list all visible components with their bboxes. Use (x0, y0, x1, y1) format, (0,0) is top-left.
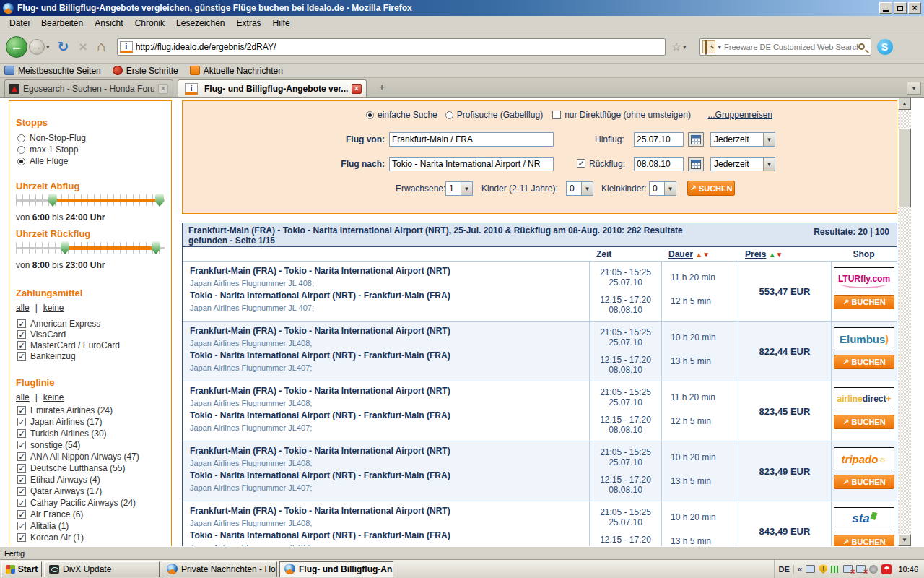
checkbox-icon[interactable]: ✓ (17, 330, 26, 339)
taskbar-button-divx-update[interactable]: DivX Update (44, 561, 160, 577)
bookmark-dropdown-icon[interactable]: ▾ (683, 43, 687, 51)
menu-bearbeiten[interactable]: Bearbeiten (36, 17, 88, 30)
close-button[interactable]: × (908, 2, 921, 14)
tab-idealo-active[interactable]: i Flug- und Billigflug-Angebote ver... × (178, 79, 367, 97)
airline-qatar-airways-17[interactable]: ✓Qatar Airways (17) (17, 486, 102, 496)
checkbox-icon[interactable]: ✓ (17, 352, 26, 361)
checkbox-icon[interactable]: ✓ (17, 464, 26, 473)
vertical-scrollbar[interactable]: ▲ ▼ (898, 98, 911, 546)
shop-logo-sta[interactable]: sta (834, 507, 894, 530)
direct-only-checkbox[interactable] (552, 111, 561, 119)
to-input[interactable] (389, 157, 554, 171)
return-calendar-button[interactable] (688, 157, 704, 171)
outbound-date-input[interactable] (634, 132, 684, 147)
simple-search-radio[interactable] (366, 111, 374, 119)
infants-select[interactable]: 0▼ (649, 181, 676, 196)
new-tab-button[interactable]: + (374, 82, 390, 95)
airline-turkish-airlines-30[interactable]: ✓Turkish Airlines (30) (17, 428, 107, 439)
checkbox-icon[interactable]: ✓ (17, 522, 26, 530)
from-input[interactable] (389, 132, 554, 147)
airline-alitalia-1[interactable]: ✓Alitalia (1) (17, 521, 69, 531)
return-time-select[interactable]: Jederzeit▼ (710, 157, 775, 171)
bookmark-erste-schritte[interactable]: Erste Schritte (113, 66, 178, 76)
chevron-down-icon[interactable]: ▼ (763, 158, 775, 171)
skype-icon[interactable]: S (877, 39, 893, 55)
stopps-option-non-stop-flug[interactable]: Non-Stop-Flug (17, 133, 86, 143)
airline-deutsche-lufthansa-55[interactable]: ✓Deutsche Lufthansa (55) (17, 463, 125, 473)
url-bar[interactable]: i (117, 38, 666, 56)
home-button[interactable]: ⌂ (97, 38, 106, 55)
payment-american-express[interactable]: ✓American Express (17, 319, 100, 329)
adults-select[interactable]: 1▼ (445, 181, 473, 196)
column-dauer[interactable]: Dauer ▲▼ (661, 249, 738, 259)
menu-datei[interactable]: Datei (4, 17, 35, 30)
per-page-100-link[interactable]: 100 (875, 227, 889, 237)
checkbox-icon[interactable]: ✓ (17, 487, 26, 496)
buchen-button[interactable]: ↗BUCHEN (834, 475, 894, 489)
sort-desc-icon[interactable]: ▼ (776, 251, 783, 259)
outbound-calendar-button[interactable] (688, 132, 704, 147)
taskbar-button-private-nachrichten-ho[interactable]: Private Nachrichten - Ho... (162, 561, 277, 577)
bookmark-meistbesuchte-seiten[interactable]: Meistbesuchte Seiten (4, 66, 101, 76)
buchen-button[interactable]: ↗BUCHEN (834, 535, 894, 546)
airline-korean-air-1[interactable]: ✓Korean Air (1) (17, 532, 84, 543)
menu-extras[interactable]: Extras (232, 17, 266, 30)
radio-icon[interactable] (17, 134, 25, 142)
airline-ana-all-nippon-airways-47[interactable]: ✓ANA All Nippon Airways (47) (17, 452, 139, 462)
checkbox-icon[interactable]: ✓ (17, 533, 26, 542)
search-engine-icon[interactable] (702, 40, 715, 53)
payment-mastercard-eurocard[interactable]: ✓MasterCard / EuroCard (17, 340, 120, 350)
airline-air-france-6[interactable]: ✓Air France (6) (17, 509, 83, 519)
return-date-input[interactable] (634, 157, 684, 171)
radio-icon[interactable] (17, 146, 25, 154)
children-select[interactable]: 0▼ (566, 181, 593, 196)
outbound-time-select[interactable]: Jederzeit▼ (710, 132, 775, 147)
airline-cathay-pacific-airways-24[interactable]: ✓Cathay Pacific Airways (24) (17, 498, 136, 508)
taskbar-button-flug-und-billigflug-an[interactable]: Flug- und Billigflug-An... (279, 561, 393, 577)
menu-hilfe[interactable]: Hilfe (268, 17, 295, 30)
network-icon[interactable] (806, 565, 815, 573)
network-error-icon[interactable] (843, 565, 853, 573)
departure-time-slider[interactable] (16, 192, 165, 210)
per-page-20[interactable]: 20 (858, 227, 868, 237)
column-preis[interactable]: Preis ▲▼ (738, 249, 831, 259)
airline-emirates-airlines-24[interactable]: ✓Emirates Airlines (24) (17, 405, 113, 415)
airline-all-link[interactable]: alle (16, 392, 30, 402)
chevron-down-icon[interactable]: ▼ (763, 133, 775, 146)
buchen-button[interactable]: ↗BUCHEN (834, 295, 894, 309)
stop-button[interactable]: × (79, 39, 87, 55)
checkbox-icon[interactable]: ✓ (17, 319, 26, 328)
return-time-slider[interactable] (16, 240, 165, 257)
scrollbar-thumb[interactable] (898, 128, 911, 207)
scroll-down-icon[interactable]: ▼ (898, 534, 911, 546)
checkbox-icon[interactable]: ✓ (17, 418, 26, 426)
reload-button[interactable]: ↻ (58, 38, 69, 55)
language-indicator[interactable]: DE (779, 565, 794, 574)
buchen-button[interactable]: ↗BUCHEN (834, 355, 894, 369)
checkbox-icon[interactable]: ✓ (17, 510, 26, 519)
forward-button[interactable]: → (29, 39, 45, 55)
search-input[interactable] (724, 43, 858, 51)
network-error-icon[interactable] (856, 565, 866, 573)
menu-chronik[interactable]: Chronik (130, 17, 170, 30)
search-box[interactable]: ▾ (699, 38, 871, 56)
checkbox-icon[interactable]: ✓ (17, 341, 26, 350)
airline-sonstige-54[interactable]: ✓sonstige (54) (17, 440, 80, 450)
search-engine-dropdown-icon[interactable]: ▾ (718, 43, 722, 51)
restore-button[interactable] (894, 2, 907, 14)
minimize-button[interactable] (879, 2, 892, 14)
payment-all-link[interactable]: alle (16, 303, 30, 313)
search-submit-button[interactable]: ↗SUCHEN (687, 181, 735, 196)
shop-logo-lturfly-com[interactable]: LTURfly.com (834, 267, 894, 290)
shop-logo-elumbus[interactable]: Elumbus) (834, 327, 894, 350)
radio-icon[interactable] (17, 158, 25, 165)
sort-asc-icon[interactable]: ▲ (769, 251, 776, 259)
bookmark-aktuelle-nachrichten[interactable]: Aktuelle Nachrichten (190, 66, 283, 76)
tab-list-dropdown-icon[interactable]: ▾ (907, 82, 921, 95)
checkbox-icon[interactable]: ✓ (17, 499, 26, 507)
payment-bankeinzug[interactable]: ✓Bankeinzug (17, 351, 76, 361)
shop-logo-airlinedirect[interactable]: airlinedirect+ (834, 387, 894, 410)
security-shield-icon[interactable]: ! (819, 564, 827, 574)
checkbox-icon[interactable]: ✓ (17, 475, 26, 484)
payment-visacard[interactable]: ✓VisaCard (17, 329, 66, 340)
